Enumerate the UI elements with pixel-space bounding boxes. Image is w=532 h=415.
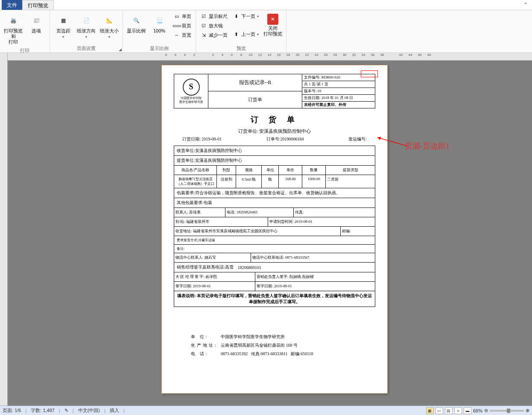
view-outline-button[interactable]: ≡ (454, 407, 462, 414)
status-language[interactable]: 中文(中国) (78, 407, 100, 414)
svg-line-0 (377, 137, 407, 146)
report-title: 报告或记录--R (208, 74, 302, 91)
group-label-page-setup: 页面设置 (53, 44, 120, 52)
shrink-icon: ⇲ (200, 32, 207, 38)
shrink-one-page-button[interactable]: ⇲减少一页 (199, 31, 229, 39)
two-pages-icon: ▭▭ (173, 22, 180, 29)
workspace: 8642246810121416182022242628303234363842… (0, 53, 532, 406)
group-zoom: 🔍 显示比例 📃 100% ▭单页 ▭▭双页 ↔页宽 显示比例 (123, 10, 196, 53)
one-page-button[interactable]: ▭单页 (172, 12, 193, 20)
page-width-icon: ↔ (173, 32, 180, 38)
vertical-ruler[interactable] (0, 53, 8, 406)
status-word-count[interactable]: 字数: 1,487 (31, 407, 55, 414)
options-button[interactable]: 📰 选项 (26, 12, 47, 35)
paper-size-button[interactable]: 📐 纸张大小▾ (99, 12, 120, 41)
checkbox-checked-icon: ☑ (200, 22, 207, 29)
two-pages-button[interactable]: ▭▭双页 (172, 21, 193, 30)
prev-page-button[interactable]: ⬆上一页 ▾ (231, 30, 260, 38)
tab-file[interactable]: 文件 (2, 0, 22, 10)
view-draft-button[interactable]: ▬ (464, 407, 471, 414)
doc-header: S 中国医学科学院医学生物学研究所 报告或记录--R 订货单 文件编号: RDR… (174, 74, 375, 108)
hundred-percent-icon: 📃 (152, 14, 166, 27)
sub-title: 订货单 (208, 91, 302, 108)
magnifier-icon: 🔍 (129, 14, 143, 27)
status-proofing-icon[interactable]: ✎ (64, 408, 68, 413)
status-page[interactable]: 页面: 1/6 (3, 407, 21, 414)
group-page-setup: ▦ 页边距▾ 📄 纸张方向▾ 📐 纸张大小▾ 页面设置 ◢ (50, 10, 123, 53)
doc-main-title: 订 货 单 (174, 114, 375, 125)
show-ruler-checkbox[interactable]: ☑显示标尺 (199, 12, 229, 20)
close-icon: ✕ (267, 14, 278, 25)
zoom-button[interactable]: 🔍 显示比例 (126, 12, 147, 35)
zoom-level[interactable]: 68% (473, 408, 482, 413)
printer-icon: 🖨️ (6, 14, 20, 27)
view-full-screen-button[interactable]: ▭ (436, 407, 443, 414)
tab-print-preview[interactable]: 打印预览 (22, 0, 54, 10)
view-print-layout-button[interactable]: ▦ (426, 407, 434, 414)
arrow-up-icon: ⬆ (233, 31, 240, 38)
group-print: 🖨️ 打印预览和打印 📰 选项 打印 (0, 10, 50, 53)
paper-size-icon: 📐 (102, 14, 116, 27)
document-page: S 中国医学科学院医学生物学研究所 报告或记录--R 订货单 文件编号: RDR… (161, 65, 388, 394)
zoom-out-button[interactable]: ⊖ (484, 408, 488, 413)
zoom-in-button[interactable]: ⊕ (526, 408, 529, 413)
options-icon: 📰 (29, 14, 43, 27)
status-insert-mode[interactable]: 插入 (110, 407, 119, 414)
ribbon: 🖨️ 打印预览和打印 📰 选项 打印 ▦ 页边距▾ 📄 纸张方向▾ (0, 10, 532, 53)
arrow-down-icon: ⬇ (233, 13, 240, 20)
margins-button[interactable]: ▦ 页边距▾ (53, 12, 74, 41)
zoom-100-button[interactable]: 📃 100% (149, 12, 170, 35)
one-page-icon: ▭ (173, 13, 180, 20)
svg-marker-1 (377, 137, 381, 140)
print-preview-and-print-button[interactable]: 🖨️ 打印预览和打印 (3, 12, 24, 47)
canvas[interactable]: S 中国医学科学院医学生物学研究所 报告或记录--R 订货单 文件编号: RDR… (8, 61, 532, 406)
group-preview: ☑显示标尺 ☑放大镜 ⇲减少一页 ⬇下一页 ▾ ⬆上一页 ▾ ✕ 关闭打印预览 … (196, 10, 286, 53)
tab-bar: 文件 打印预览 ⌃ (0, 0, 532, 10)
close-preview-button[interactable]: ✕ 关闭打印预览 (262, 12, 284, 38)
horizontal-ruler[interactable]: 8642246810121416182022242628303234363842… (8, 53, 532, 61)
margins-icon: ▦ (56, 14, 70, 27)
minimize-ribbon-icon[interactable]: ⌃ (519, 0, 532, 10)
header-margin-highlight (361, 70, 378, 77)
doc-footer: 单 位:中国医学科学院医学生物学研究所 生产地址:云南省昆明高新区马金铺灯盏花街… (174, 333, 375, 358)
annotation-label: 页眉-页边距1 (405, 141, 450, 151)
group-label-preview: 预览 (199, 44, 284, 52)
next-page-button[interactable]: ⬇下一页 ▾ (231, 12, 260, 20)
logo-icon: S (183, 79, 200, 96)
page-setup-launcher-icon[interactable]: ◢ (119, 47, 122, 52)
zoom-slider[interactable] (490, 410, 524, 412)
group-label-zoom: 显示比例 (126, 44, 193, 52)
orientation-icon: 📄 (79, 14, 93, 27)
order-form-table: 收货单位: 安溪县疾病预防控制中心 提货单位: 安溪县疾病预防控制中心 商品名/… (174, 146, 375, 307)
page-width-button[interactable]: ↔页宽 (172, 31, 193, 39)
orientation-button[interactable]: 📄 纸张方向▾ (76, 12, 97, 41)
magnifier-checkbox[interactable]: ☑放大镜 (199, 21, 229, 30)
view-web-layout-button[interactable]: ▤ (445, 407, 453, 414)
checkbox-checked-icon: ☑ (200, 13, 207, 20)
status-bar: 页面: 1/6 | 字数: 1,487 | ✎ | 中文(中国) | 插入 | … (0, 406, 532, 415)
